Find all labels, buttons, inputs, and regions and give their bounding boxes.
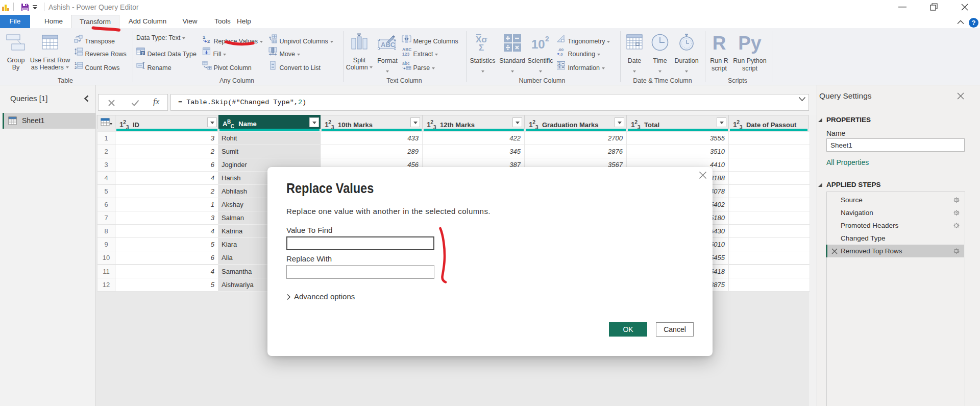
svg-text:Σ: Σ	[479, 43, 484, 53]
svg-text:2: 2	[75, 65, 77, 70]
svg-text:?: ?	[141, 51, 144, 56]
svg-text:1: 1	[558, 62, 560, 65]
svg-text:abc: abc	[402, 61, 410, 66]
svg-text:1: 1	[203, 34, 206, 40]
svg-text:3: 3	[558, 65, 560, 69]
svg-text:.0: .0	[559, 52, 563, 56]
svg-text:2: 2	[207, 38, 210, 43]
svg-text:123: 123	[402, 52, 409, 56]
svg-text:10: 10	[531, 37, 545, 51]
svg-text:2: 2	[545, 35, 549, 43]
svg-text:.00: .00	[558, 47, 564, 52]
